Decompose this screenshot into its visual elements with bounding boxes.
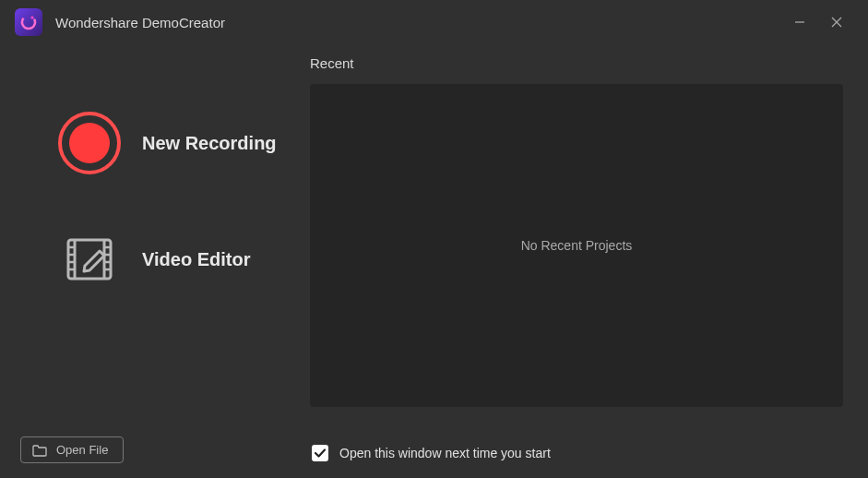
app-logo [15,8,42,36]
startup-checkbox-row[interactable]: Open this window next time you start [312,445,551,461]
no-recent-projects-text: No Recent Projects [521,238,633,253]
recent-projects-panel: No Recent Projects [310,84,843,407]
recent-section: Recent No Recent Projects [310,55,846,407]
recent-heading: Recent [310,55,846,71]
folder-icon [32,444,47,457]
video-editor-label: Video Editor [142,249,250,270]
sidebar: New Recording Video Editor [0,111,300,343]
open-file-label: Open File [56,443,108,457]
startup-checkbox[interactable] [312,445,328,461]
video-editor-icon [57,227,122,292]
startup-checkbox-label: Open this window next time you start [339,446,551,460]
open-file-button[interactable]: Open File [20,436,124,463]
record-icon [57,111,122,175]
close-icon [831,17,842,28]
new-recording-button[interactable]: New Recording [57,111,300,175]
titlebar: Wondershare DemoCreator [0,0,868,44]
svg-point-1 [30,16,33,18]
check-icon [314,447,327,460]
minimize-button[interactable] [781,4,818,41]
close-button[interactable] [818,4,855,41]
minimize-icon [794,17,805,28]
svg-point-0 [20,14,37,30]
new-recording-label: New Recording [142,133,277,154]
svg-point-6 [69,123,110,163]
app-title: Wondershare DemoCreator [55,15,225,30]
video-editor-button[interactable]: Video Editor [57,227,300,292]
